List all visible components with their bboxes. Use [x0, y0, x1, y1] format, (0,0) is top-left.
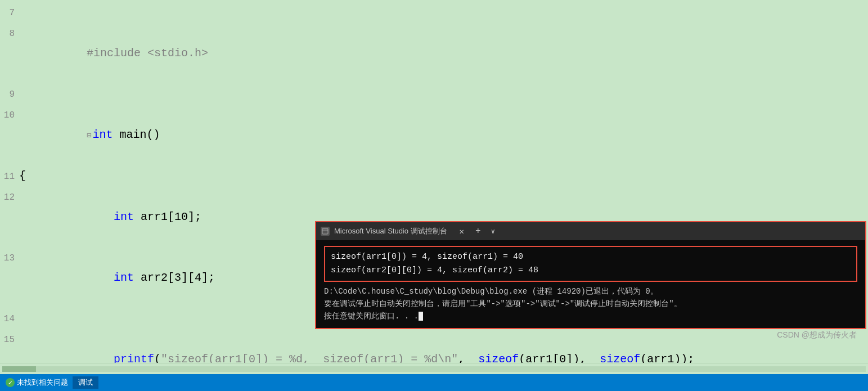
- terminal-close-button[interactable]: ✕: [456, 226, 467, 237]
- terminal-hint-line-2: 按任意键关闭此窗口. . .: [324, 310, 857, 322]
- code-line-8: 8 #include <stdio.h>: [0, 23, 868, 84]
- issue-text: 未找到相关问题: [17, 377, 68, 388]
- status-bar: ✓ 未找到相关问题 调试: [0, 374, 868, 391]
- csdn-watermark: CSDN @想成为传火者: [777, 330, 857, 340]
- horizontal-scrollbar-bar: [0, 363, 868, 374]
- svg-rect-0: [322, 228, 328, 234]
- terminal-icon: [321, 227, 330, 236]
- collapse-icon[interactable]: ⊟: [87, 131, 91, 140]
- main-container: 7 8 #include <stdio.h> 9 10: [0, 0, 868, 391]
- debug-tab[interactable]: 调试: [73, 376, 98, 389]
- terminal-chevron-button[interactable]: ∨: [489, 226, 497, 237]
- code-editor: 7 8 #include <stdio.h> 9 10: [0, 0, 868, 363]
- terminal-titlebar: Microsoft Visual Studio 调试控制台 ✕ + ∨: [316, 222, 865, 240]
- terminal-exit-line: D:\Code\C.house\C_study\blog\Debug\blog.…: [324, 285, 857, 298]
- cursor-blink: [419, 312, 423, 321]
- code-line-7: 7: [0, 2, 868, 23]
- terminal-hint-line-1: 要在调试停止时自动关闭控制台，请启用"工具"->"选项"->"调试"->"调试停…: [324, 298, 857, 310]
- check-icon: ✓: [8, 379, 13, 386]
- status-issue[interactable]: ✓ 未找到相关问题: [6, 377, 68, 388]
- code-line-10: 10 ⊟int main(): [0, 105, 868, 166]
- horizontal-scrollbar[interactable]: [2, 366, 866, 372]
- terminal-plus-button[interactable]: +: [472, 225, 484, 237]
- horizontal-scrollbar-thumb[interactable]: [2, 366, 36, 372]
- code-line-15: 15 printf("sizeof(arr1[0]) = %d, sizeof(…: [0, 329, 868, 363]
- terminal-highlighted-output: sizeof(arr1[0]) = 4, sizeof(arr1) = 40 s…: [324, 246, 857, 282]
- terminal-normal-output: D:\Code\C.house\C_study\blog\Debug\blog.…: [324, 285, 857, 322]
- status-left: ✓ 未找到相关问题 调试: [6, 376, 98, 389]
- terminal-content: sizeof(arr1[0]) = 4, sizeof(arr1) = 40 s…: [316, 240, 865, 328]
- code-line-11: 11 {: [0, 166, 868, 187]
- code-line-9: 9: [0, 84, 868, 105]
- check-circle-icon: ✓: [6, 378, 15, 387]
- terminal-overlay: Microsoft Visual Studio 调试控制台 ✕ + ∨ size…: [315, 221, 866, 329]
- terminal-output-line-1: sizeof(arr1[0]) = 4, sizeof(arr1) = 40: [331, 250, 851, 264]
- terminal-title: Microsoft Visual Studio 调试控制台: [334, 226, 447, 236]
- terminal-output-line-2: sizeof(arr2[0][0]) = 4, sizeof(arr2) = 4…: [331, 264, 851, 277]
